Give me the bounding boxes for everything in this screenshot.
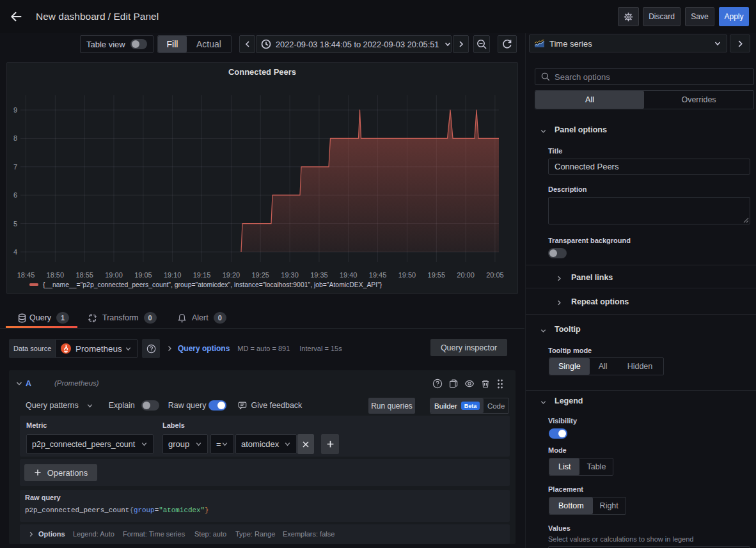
svg-text:19:05: 19:05 xyxy=(134,271,152,279)
svg-text:19:35: 19:35 xyxy=(310,271,328,279)
svg-text:19:25: 19:25 xyxy=(251,271,269,279)
svg-text:6: 6 xyxy=(13,191,17,199)
svg-text:{__name__="p2p_connected_peers: {__name__="p2p_connected_peers_count", g… xyxy=(43,281,382,288)
svg-text:19:45: 19:45 xyxy=(369,271,387,279)
svg-text:4: 4 xyxy=(13,248,17,256)
svg-text:19:15: 19:15 xyxy=(193,271,211,279)
svg-text:7: 7 xyxy=(13,163,17,171)
svg-text:18:45: 18:45 xyxy=(17,271,35,279)
svg-text:9: 9 xyxy=(13,106,17,114)
svg-text:19:10: 19:10 xyxy=(164,271,182,279)
svg-text:5: 5 xyxy=(13,220,17,228)
svg-text:19:50: 19:50 xyxy=(398,271,416,279)
svg-text:20:05: 20:05 xyxy=(486,271,504,279)
svg-text:19:20: 19:20 xyxy=(223,271,240,279)
svg-text:19:00: 19:00 xyxy=(105,271,123,279)
svg-text:8: 8 xyxy=(13,134,17,142)
svg-text:20:00: 20:00 xyxy=(457,271,475,279)
svg-text:19:40: 19:40 xyxy=(340,271,358,279)
svg-text:18:50: 18:50 xyxy=(47,271,65,279)
svg-text:18:55: 18:55 xyxy=(75,271,93,279)
svg-text:19:30: 19:30 xyxy=(281,271,299,279)
svg-text:19:55: 19:55 xyxy=(428,271,446,279)
